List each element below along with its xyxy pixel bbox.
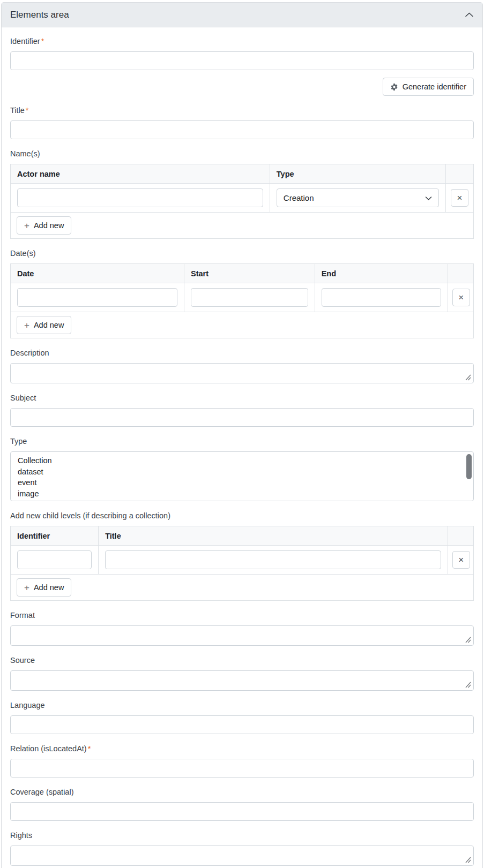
names-label: Name(s) — [10, 148, 474, 159]
description-label: Description — [10, 348, 474, 358]
coverage-group: Coverage (spatial) — [10, 787, 474, 821]
rights-textarea[interactable] — [10, 846, 474, 866]
child-levels-group: Add new child levels (if describing a co… — [10, 510, 474, 601]
delete-row-button[interactable]: × — [452, 551, 470, 569]
child-levels-row: × — [11, 546, 474, 575]
date-input[interactable] — [17, 288, 177, 307]
description-textarea[interactable] — [10, 363, 474, 383]
panel-title: Elements area — [10, 10, 69, 20]
type-label: Type — [10, 436, 474, 447]
name-type-selected-value: Creation — [284, 193, 314, 202]
child-levels-add-new-button[interactable]: + Add new — [17, 578, 71, 597]
add-new-label: Add new — [34, 583, 64, 592]
dates-header-date: Date — [11, 264, 184, 283]
dates-header-end: End — [315, 264, 448, 283]
child-levels-footer-row: + Add new — [11, 575, 474, 601]
relation-group: Relation (isLocatedAt)* — [10, 743, 474, 778]
subject-label: Subject — [10, 393, 474, 403]
child-title-input[interactable] — [105, 550, 441, 569]
type-listbox[interactable]: Collection dataset event image interacti… — [10, 451, 474, 501]
child-header-actions — [448, 526, 473, 546]
type-option-interactive-resource[interactable]: interactive resource — [11, 499, 473, 501]
type-group: Type Collection dataset event image inte… — [10, 436, 474, 501]
date-end-input[interactable] — [322, 288, 441, 307]
required-marker: * — [41, 37, 44, 46]
title-label: Title* — [10, 105, 474, 116]
panel-header[interactable]: Elements area — [2, 3, 482, 27]
page: Elements area Identifier* Generate ident… — [0, 0, 484, 868]
plus-icon: + — [24, 583, 29, 592]
chevron-up-icon[interactable] — [465, 10, 474, 19]
elements-area-panel: Elements area Identifier* Generate ident… — [1, 2, 483, 868]
plus-icon: + — [24, 221, 29, 230]
coverage-input[interactable] — [10, 802, 474, 821]
language-input[interactable] — [10, 715, 474, 734]
dates-label: Date(s) — [10, 248, 474, 259]
dates-header-start: Start — [184, 264, 315, 283]
names-header-actions — [446, 164, 474, 184]
source-textarea[interactable] — [10, 670, 474, 691]
add-new-label: Add new — [34, 221, 64, 230]
plus-icon: + — [24, 321, 29, 330]
format-group: Format — [10, 610, 474, 646]
generate-identifier-button[interactable]: Generate identifier — [383, 78, 474, 96]
name-type-select[interactable]: Creation — [277, 188, 439, 207]
actor-name-input[interactable] — [17, 188, 263, 207]
scrollbar-thumb[interactable] — [466, 454, 472, 479]
identifier-actions: Generate identifier — [10, 78, 474, 96]
relation-label: Relation (isLocatedAt)* — [10, 743, 474, 754]
names-row: Creation × — [11, 184, 474, 213]
identifier-input[interactable] — [10, 51, 474, 70]
names-group: Name(s) Actor name Type — [10, 148, 474, 239]
child-levels-table: Identifier Title × — [10, 526, 474, 601]
names-table: Actor name Type Creation — [10, 164, 474, 239]
relation-input[interactable] — [10, 759, 474, 778]
description-group: Description — [10, 348, 474, 383]
subject-input[interactable] — [10, 408, 474, 427]
title-input[interactable] — [10, 120, 474, 139]
type-option-event[interactable]: event — [11, 477, 473, 488]
child-identifier-input[interactable] — [17, 550, 92, 569]
identifier-label: Identifier* — [10, 36, 474, 47]
delete-row-button[interactable]: × — [452, 289, 470, 306]
title-group: Title* — [10, 105, 474, 139]
dates-table: Date Start End × — [10, 263, 474, 338]
dates-footer-row: + Add new — [11, 312, 474, 338]
child-header-title: Title — [99, 526, 448, 546]
chevron-down-icon — [425, 193, 432, 202]
required-marker: * — [26, 106, 29, 115]
coverage-label: Coverage (spatial) — [10, 787, 474, 797]
dates-header-actions — [448, 264, 473, 283]
subject-group: Subject — [10, 393, 474, 427]
source-group: Source — [10, 655, 474, 691]
type-option-dataset[interactable]: dataset — [11, 466, 473, 478]
identifier-group: Identifier* Generate identifier — [10, 36, 474, 96]
delete-row-button[interactable]: × — [451, 189, 468, 207]
add-new-label: Add new — [34, 321, 64, 329]
names-header-type: Type — [270, 164, 445, 184]
format-textarea[interactable] — [10, 625, 474, 646]
names-footer-row: + Add new — [11, 213, 474, 239]
source-label: Source — [10, 655, 474, 666]
language-group: Language — [10, 700, 474, 734]
names-add-new-button[interactable]: + Add new — [17, 216, 71, 235]
dates-group: Date(s) Date Start End — [10, 248, 474, 338]
dates-row: × — [11, 283, 474, 312]
generate-identifier-label: Generate identifier — [403, 82, 466, 91]
panel-body: Identifier* Generate identifier Title* — [2, 27, 482, 868]
required-marker: * — [88, 744, 91, 753]
rights-label: Rights — [10, 830, 474, 841]
type-option-collection[interactable]: Collection — [11, 455, 473, 466]
date-start-input[interactable] — [191, 288, 308, 307]
child-header-identifier: Identifier — [11, 526, 99, 546]
language-label: Language — [10, 700, 474, 711]
child-levels-label: Add new child levels (if describing a co… — [10, 510, 474, 521]
gear-icon — [390, 83, 398, 91]
names-header-actor-name: Actor name — [11, 164, 270, 184]
format-label: Format — [10, 610, 474, 621]
type-option-image[interactable]: image — [11, 488, 473, 500]
rights-group: Rights — [10, 830, 474, 866]
dates-add-new-button[interactable]: + Add new — [17, 316, 71, 334]
